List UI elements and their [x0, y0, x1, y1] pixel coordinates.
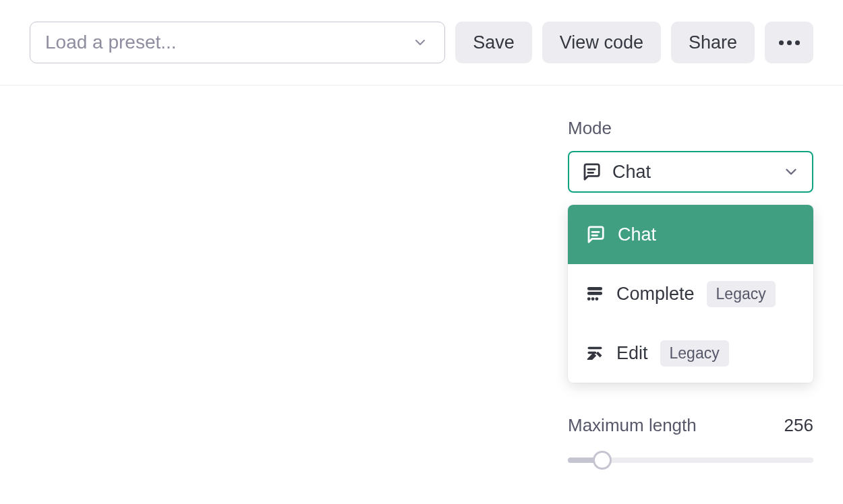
svg-point-6 — [587, 298, 590, 301]
max-length-row: Maximum length 256 — [568, 415, 813, 436]
mode-label: Mode — [568, 118, 813, 139]
mode-option-label: Chat — [618, 224, 656, 245]
chevron-down-icon — [782, 163, 800, 181]
mode-dropdown: Chat Complete Legacy — [568, 205, 813, 383]
svg-rect-5 — [588, 292, 602, 295]
view-code-button[interactable]: View code — [542, 22, 661, 63]
toolbar: Load a preset... Save View code Share — [0, 0, 843, 86]
legacy-badge: Legacy — [660, 340, 729, 367]
sidebar: Mode Chat Chat — [553, 86, 843, 503]
preset-placeholder: Load a preset... — [45, 32, 177, 53]
more-button[interactable] — [765, 22, 813, 63]
max-length-slider[interactable] — [568, 451, 813, 470]
share-button[interactable]: Share — [671, 22, 755, 63]
slider-thumb[interactable] — [593, 451, 612, 470]
dots-icon — [779, 40, 800, 45]
edit-icon — [585, 344, 604, 363]
view-code-button-label: View code — [560, 32, 643, 53]
svg-rect-9 — [588, 347, 602, 350]
mode-select[interactable]: Chat — [568, 151, 813, 193]
body: Mode Chat Chat — [0, 86, 843, 503]
complete-icon — [585, 284, 604, 303]
svg-rect-10 — [588, 352, 597, 354]
save-button-label: Save — [473, 32, 515, 53]
svg-rect-4 — [588, 288, 602, 290]
max-length-label: Maximum length — [568, 415, 697, 436]
mode-option-label: Edit — [616, 343, 648, 364]
svg-point-8 — [595, 298, 598, 301]
legacy-badge: Legacy — [707, 281, 776, 307]
mode-selected-label: Chat — [612, 162, 772, 183]
chat-icon — [581, 162, 602, 182]
share-button-label: Share — [689, 32, 737, 53]
mode-option-edit[interactable]: Edit Legacy — [568, 323, 813, 383]
chevron-down-icon — [411, 33, 430, 52]
max-length-value: 256 — [784, 415, 813, 436]
chat-icon — [585, 224, 606, 245]
mode-option-label: Complete — [616, 284, 695, 305]
preset-select[interactable]: Load a preset... — [30, 22, 445, 63]
svg-point-7 — [591, 298, 594, 301]
mode-option-complete[interactable]: Complete Legacy — [568, 264, 813, 323]
mode-option-chat[interactable]: Chat — [568, 205, 813, 264]
main-area — [0, 86, 553, 503]
save-button[interactable]: Save — [455, 22, 532, 63]
